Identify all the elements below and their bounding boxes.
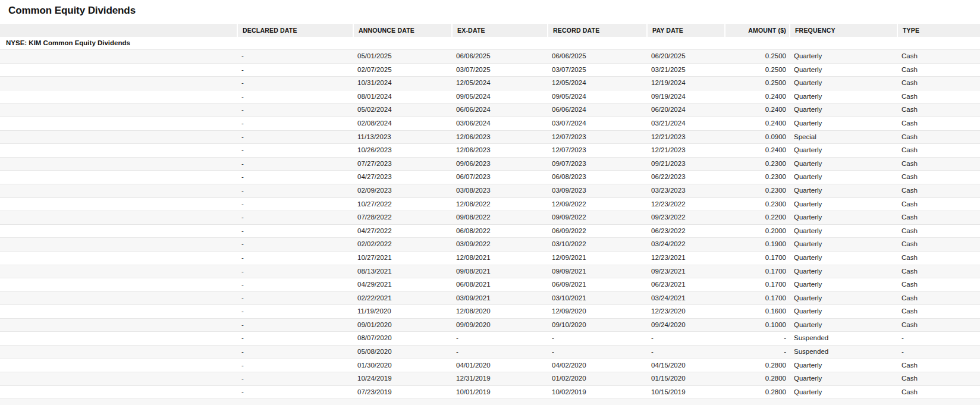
cell-ex-date: 06/08/2021 xyxy=(451,278,547,291)
table-row[interactable]: - 05/01/2025 06/06/2025 06/06/2025 06/20… xyxy=(0,50,980,64)
cell-name xyxy=(0,225,237,238)
cell-ex-date: 12/08/2020 xyxy=(451,305,547,318)
column-header-blank xyxy=(0,24,237,37)
cell-declared-date: - xyxy=(237,372,353,385)
table-row[interactable]: - 02/07/2025 03/07/2025 03/07/2025 03/21… xyxy=(0,64,980,77)
table-row[interactable]: - 11/13/2023 12/06/2023 12/07/2023 12/21… xyxy=(0,131,980,145)
cell-amount: 0.2400 xyxy=(724,117,789,130)
cell-declared-date: - xyxy=(237,103,353,117)
table-row[interactable]: - 02/02/2022 03/09/2022 03/10/2022 03/24… xyxy=(0,238,980,252)
cell-ex-date: 12/06/2023 xyxy=(451,144,547,157)
table-row[interactable]: - 10/27/2022 12/08/2022 12/09/2022 12/23… xyxy=(0,198,980,212)
cell-declared-date: - xyxy=(237,131,353,144)
cell-announce-date: 02/22/2021 xyxy=(353,292,451,305)
cell-name xyxy=(0,131,237,144)
cell-frequency: Quarterly xyxy=(789,64,897,77)
cell-frequency: Quarterly xyxy=(789,50,897,63)
cell-announce-date: 10/27/2022 xyxy=(353,198,451,211)
table-row[interactable]: - 08/01/2024 09/05/2024 09/05/2024 09/19… xyxy=(0,90,980,104)
table-row[interactable]: - 09/01/2020 09/09/2020 09/10/2020 09/24… xyxy=(0,319,980,332)
column-header-ex-date[interactable]: EX-DATE xyxy=(451,24,547,37)
cell-announce-date: 04/27/2022 xyxy=(353,225,451,238)
cell-frequency: Quarterly xyxy=(789,77,897,90)
cell-record-date: 01/02/2020 xyxy=(547,372,646,385)
cell-amount: 0.2300 xyxy=(724,158,789,171)
table-row[interactable]: - 10/27/2021 12/08/2021 12/09/2021 12/23… xyxy=(0,252,980,265)
cell-frequency: Quarterly xyxy=(789,158,897,171)
cell-name xyxy=(0,50,237,63)
group-header-row[interactable]: NYSE: KIM Common Equity Dividends xyxy=(0,37,980,50)
cell-amount: 0.2500 xyxy=(724,50,789,63)
column-header-frequency[interactable]: FREQUENCY xyxy=(789,24,897,37)
table-row[interactable]: - 05/02/2024 06/06/2024 06/06/2024 06/20… xyxy=(0,103,980,117)
cell-record-date: 12/05/2024 xyxy=(547,77,646,90)
cell-frequency: Quarterly xyxy=(789,103,897,117)
cell-announce-date: 01/30/2020 xyxy=(353,359,451,372)
cell-amount: 0.2800 xyxy=(724,386,789,399)
cell-pay-date: 09/23/2022 xyxy=(646,211,724,224)
cell-record-date: 12/09/2021 xyxy=(547,252,646,265)
table-row[interactable]: - 02/09/2023 03/08/2023 03/09/2023 03/23… xyxy=(0,184,980,198)
column-header-announce-date[interactable]: ANNOUNCE DATE xyxy=(353,24,451,37)
cell-ex-date: 09/06/2023 xyxy=(451,158,547,171)
cell-pay-date: 03/21/2024 xyxy=(646,117,724,130)
cell-amount: 0.1700 xyxy=(724,265,789,278)
cell-type: Cash xyxy=(897,238,980,251)
cell-name xyxy=(0,292,237,305)
cell-type: Cash xyxy=(897,319,980,332)
cell-pay-date: 09/21/2023 xyxy=(646,158,724,171)
cell-amount: 0.2400 xyxy=(724,90,789,103)
cell-declared-date: - xyxy=(237,211,353,224)
cell-record-date: 10/02/2019 xyxy=(547,386,646,399)
cell-frequency: Quarterly xyxy=(789,90,897,103)
cell-amount: 0.2800 xyxy=(724,359,789,372)
cell-announce-date: 10/27/2021 xyxy=(353,252,451,265)
table-row[interactable]: - 04/27/2022 06/08/2022 06/09/2022 06/23… xyxy=(0,225,980,238)
cell-name xyxy=(0,359,237,372)
table-row[interactable]: - 04/27/2023 06/07/2023 06/08/2023 06/22… xyxy=(0,171,980,184)
cell-name xyxy=(0,198,237,211)
table-row[interactable]: - 11/19/2020 12/08/2020 12/09/2020 12/23… xyxy=(0,305,980,319)
table-row[interactable]: - 07/23/2019 10/01/2019 10/02/2019 10/15… xyxy=(0,386,980,400)
cell-record-date: 03/07/2024 xyxy=(547,117,646,130)
table-row[interactable]: - 10/24/2019 12/31/2019 01/02/2020 01/15… xyxy=(0,372,980,386)
cell-frequency: Quarterly xyxy=(789,359,897,372)
table-row[interactable]: - 02/22/2021 03/09/2021 03/10/2021 03/24… xyxy=(0,292,980,306)
cell-ex-date: 04/01/2020 xyxy=(451,359,547,372)
cell-ex-date: 10/01/2019 xyxy=(451,386,547,399)
table-row[interactable]: - 10/26/2023 12/06/2023 12/07/2023 12/21… xyxy=(0,144,980,158)
cell-declared-date: - xyxy=(237,238,353,251)
column-header-declared-date[interactable]: DECLARED DATE xyxy=(237,24,353,37)
column-header-pay-date[interactable]: PAY DATE xyxy=(646,24,724,37)
table-row[interactable]: - 01/30/2020 04/01/2020 04/02/2020 04/15… xyxy=(0,359,980,373)
table-row[interactable]: - 08/13/2021 09/08/2021 09/09/2021 09/23… xyxy=(0,265,980,279)
cell-name xyxy=(0,346,237,359)
cell-ex-date: 09/09/2020 xyxy=(451,319,547,332)
cell-pay-date: 03/23/2023 xyxy=(646,184,724,197)
cell-record-date: 03/07/2025 xyxy=(547,64,646,77)
table-row[interactable]: - 02/08/2024 03/06/2024 03/07/2024 03/21… xyxy=(0,117,980,131)
cell-amount: 0.1700 xyxy=(724,278,789,291)
table-row[interactable]: - 07/27/2023 09/06/2023 09/07/2023 09/21… xyxy=(0,158,980,171)
table-row[interactable]: - 05/08/2020 - - - - Suspended - xyxy=(0,346,980,359)
cell-amount: 0.2300 xyxy=(724,171,789,184)
cell-frequency: Quarterly xyxy=(789,386,897,399)
table-row-partial[interactable] xyxy=(0,399,980,404)
column-header-type[interactable]: TYPE xyxy=(897,24,980,37)
cell-frequency: Quarterly xyxy=(789,252,897,265)
table-row[interactable]: - 07/28/2022 09/08/2022 09/09/2022 09/23… xyxy=(0,211,980,225)
cell-announce-date: 10/26/2023 xyxy=(353,144,451,157)
cell-declared-date: - xyxy=(237,77,353,90)
column-header-record-date[interactable]: RECORD DATE xyxy=(547,24,646,37)
table-row[interactable]: - 04/29/2021 06/08/2021 06/09/2021 06/23… xyxy=(0,278,980,292)
cell-frequency: Quarterly xyxy=(789,372,897,385)
cell-declared-date: - xyxy=(237,359,353,372)
cell-ex-date: 12/05/2024 xyxy=(451,77,547,90)
table-row[interactable]: - 08/07/2020 - - - - Suspended - xyxy=(0,332,980,346)
column-header-amount[interactable]: AMOUNT ($) xyxy=(724,24,789,37)
cell-record-date: - xyxy=(547,346,646,359)
table-row[interactable]: - 10/31/2024 12/05/2024 12/05/2024 12/19… xyxy=(0,77,980,90)
cell-ex-date: 12/08/2022 xyxy=(451,198,547,211)
cell-declared-date: - xyxy=(237,158,353,171)
cell-type: Cash xyxy=(897,278,980,291)
